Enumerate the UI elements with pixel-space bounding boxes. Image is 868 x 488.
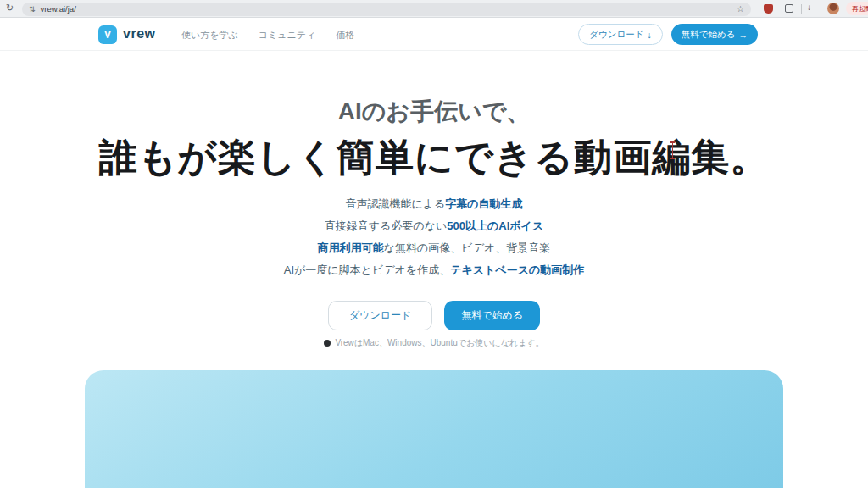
- site-info-icon[interactable]: ⇅: [29, 5, 36, 14]
- vrew-logo-icon[interactable]: V: [98, 25, 117, 44]
- feature-line-1: 音声認識機能による字幕の自動生成: [0, 197, 868, 212]
- nav-item-learn[interactable]: 使い方を学ぶ: [181, 29, 238, 42]
- feature-1-text: 音声認識機能による: [345, 197, 445, 210]
- address-bar[interactable]: ⇅ vrew.ai/ja/ ☆: [22, 3, 751, 16]
- browser-restart-chip[interactable]: 再起動し: [846, 2, 868, 15]
- url-text[interactable]: vrew.ai/ja/: [41, 4, 737, 14]
- feature-4-highlight: テキストベースの動画制作: [450, 263, 584, 276]
- download-icon: ↓: [648, 30, 652, 40]
- header-start-free-button[interactable]: 無料で始める →: [671, 24, 758, 45]
- feature-line-4: AIが一度に脚本とビデオを作成、テキストベースの動画制作: [0, 263, 868, 278]
- browser-profile-avatar[interactable]: [827, 3, 839, 14]
- page: ↻ ⇅ vrew.ai/ja/ ☆ ↓ 再起動し V vrew 使い方を学ぶ コ…: [0, 0, 868, 488]
- platform-note: VrewはMac、Windows、Ubuntuでお使いになれます。: [0, 337, 868, 349]
- feature-1-highlight: 字幕の自動生成: [445, 197, 522, 210]
- extension-icon[interactable]: [785, 4, 793, 13]
- header-start-label: 無料で始める: [682, 29, 736, 41]
- nav-item-community[interactable]: コミュニティ: [259, 29, 316, 42]
- arrow-right-icon: →: [739, 30, 748, 40]
- hero-eyebrow: AIのお手伝いで、: [0, 96, 868, 128]
- feature-2-text: 直接録音する必要のない: [325, 219, 448, 232]
- toolbar-divider: [801, 4, 802, 14]
- reload-icon[interactable]: ↻: [6, 3, 14, 14]
- hero-download-button[interactable]: ダウンロード: [328, 301, 432, 330]
- header-download-button[interactable]: ダウンロード ↓: [578, 24, 662, 45]
- site-header: V vrew 使い方を学ぶ コミュニティ 価格 ダウンロード ↓ 無料で始める …: [0, 19, 868, 51]
- showcase-panel: ファイル ホーム 編集 字幕 書式 挿入 テンプレート 効果 ヘルプ プランアッ…: [85, 370, 783, 488]
- text-cursor-icon: [669, 141, 676, 159]
- feature-4-text: AIが一度に脚本とビデオを作成、: [284, 263, 450, 276]
- feature-line-2: 直接録音する必要のない500以上のAIボイス: [0, 219, 868, 234]
- browser-toolbar: ↻ ⇅ vrew.ai/ja/ ☆ ↓ 再起動し: [0, 0, 868, 18]
- adblock-extension-icon[interactable]: [764, 4, 773, 14]
- hero-title: 誰もが楽しく簡単にできる動画編集。: [0, 132, 868, 183]
- hero-start-free-button[interactable]: 無料で始める: [444, 301, 540, 330]
- feature-2-highlight: 500以上のAIボイス: [447, 219, 543, 232]
- feature-3-highlight: 商用利用可能: [318, 241, 384, 254]
- feature-line-3: 商用利用可能な無料の画像、ビデオ、背景音楽: [0, 241, 868, 256]
- header-download-label: ダウンロード: [589, 29, 643, 41]
- platform-dot-icon: [324, 340, 331, 347]
- bookmark-star-icon[interactable]: ☆: [737, 4, 744, 14]
- brand-wordmark[interactable]: vrew: [123, 26, 155, 42]
- main-nav: 使い方を学ぶ コミュニティ 価格: [181, 19, 354, 51]
- downloads-icon[interactable]: ↓: [807, 3, 811, 12]
- nav-item-pricing[interactable]: 価格: [336, 29, 354, 42]
